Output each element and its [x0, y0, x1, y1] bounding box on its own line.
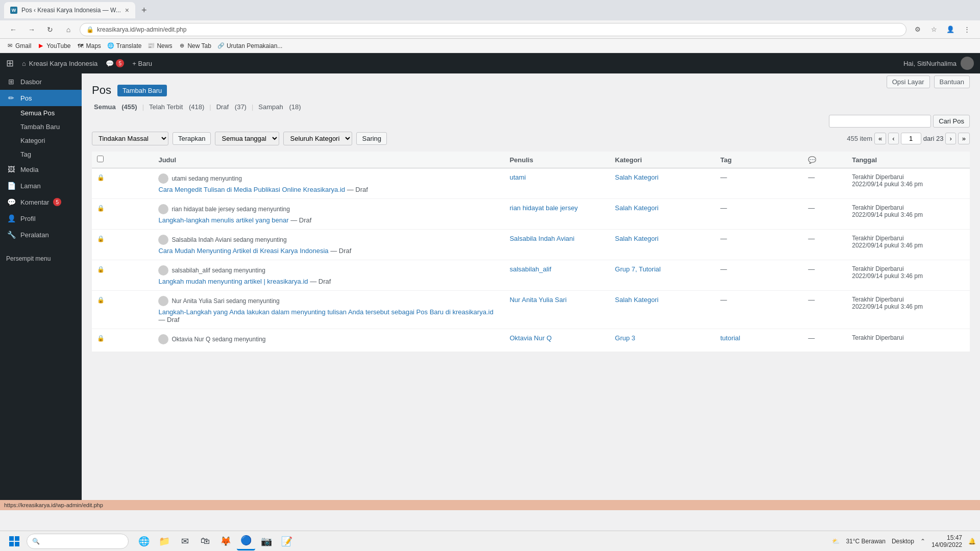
filter-published[interactable]: Telah Terbit (418) — [147, 103, 206, 111]
sidebar-item-pos[interactable]: ✏ Pos — [0, 90, 82, 106]
filter-trash[interactable]: Sampah (18) — [256, 103, 303, 111]
row-checkbox-2: 🔒 — [92, 230, 153, 260]
bookmark-button[interactable]: ☆ — [927, 22, 941, 37]
post-title-link-4[interactable]: Langkah-Langkah yang Anda lakukan dalam … — [158, 308, 493, 316]
search-button[interactable]: Cari Pos — [933, 115, 970, 128]
author-link-1[interactable]: rian hidayat bale jersey — [509, 204, 578, 212]
author-link-5[interactable]: Oktavia Nur Q — [509, 334, 551, 342]
media-icon: 🖼 — [6, 165, 16, 173]
adminbar-new-button[interactable]: + Baru — [132, 60, 152, 67]
wp-logo[interactable]: ⊞ — [6, 58, 14, 69]
post-title-cell-3: salsabilah_alif sedang menyunting Langka… — [153, 260, 504, 291]
apply-button[interactable]: Terapkan — [173, 132, 211, 145]
adminbar-comments[interactable]: 💬 5 — [106, 59, 124, 67]
category-link-2[interactable]: Salah Kategori — [615, 235, 658, 242]
last-page-button[interactable]: » — [958, 133, 970, 144]
post-date-cell-2: Terakhir Diperbarui 2022/09/14 pukul 3:4… — [847, 230, 970, 260]
adminbar-site[interactable]: ⌂ Kreasi Karya Indonesia — [22, 60, 97, 67]
bookmark-maps-label: Maps — [86, 42, 101, 49]
help-button[interactable]: Bantuan — [934, 76, 970, 88]
page-input[interactable] — [901, 133, 921, 144]
reload-button[interactable]: ↻ — [43, 22, 57, 37]
post-date-cell-1: Terakhir Diperbarui 2022/09/14 pukul 3:4… — [847, 199, 970, 230]
back-button[interactable]: ← — [6, 22, 20, 37]
next-page-button[interactable]: › — [945, 133, 955, 144]
first-page-button[interactable]: « — [874, 133, 886, 144]
layout-options-button[interactable]: Opsi Layar — [887, 76, 930, 88]
posts-table: Judul Penulis Kategori Tag 💬 Tanggal 🔒 u… — [92, 152, 970, 352]
sidebar-item-dasbor[interactable]: ⊞ Dasbor — [0, 73, 82, 90]
date-value-3: 2022/09/14 pukul 3:46 pm — [852, 272, 965, 280]
date-value-0: 2022/09/14 pukul 3:46 pm — [852, 181, 965, 188]
bookmark-maps[interactable]: 🗺 Maps — [77, 42, 101, 49]
tab-close-button[interactable]: × — [125, 6, 129, 14]
author-link-3[interactable]: salsabilah_alif — [509, 265, 551, 273]
more-button[interactable]: ⋮ — [960, 22, 974, 37]
date-label-2: Terakhir Diperbarui — [852, 235, 965, 242]
date-filter-select[interactable]: Semua tanggal — [215, 132, 279, 145]
address-bar[interactable]: 🔒 kreasikarya.id/wp-admin/edit.php — [80, 23, 906, 36]
adminbar-user[interactable]: Hai, SitiNurhalima — [903, 57, 974, 70]
wp-sidebar: ⊞ Dasbor ✏ Pos Semua Pos Tambah Baru Kat… — [0, 53, 82, 500]
profile-button[interactable]: 👤 — [943, 22, 958, 37]
bookmark-urutan[interactable]: 🔗 Urutan Pemakaian... — [217, 42, 282, 49]
th-date[interactable]: Tanggal — [847, 152, 970, 168]
date-label-1: Terakhir Diperbarui — [852, 204, 965, 211]
content-area: ⊞ Dasbor ✏ Pos Semua Pos Tambah Baru Kat… — [0, 53, 980, 500]
tag-dash-4: — — [720, 296, 727, 304]
filter-all[interactable]: Semua (455) — [92, 103, 139, 111]
bookmark-newtab[interactable]: ⊕ New Tab — [178, 42, 211, 49]
avatar-5 — [158, 334, 168, 344]
sidebar-item-laman[interactable]: 📄 Laman — [0, 178, 82, 194]
filter-draft[interactable]: Draf (37) — [214, 103, 249, 111]
avatar-1 — [158, 204, 168, 214]
bookmark-youtube[interactable]: ▶ YouTube — [37, 42, 70, 49]
forward-button[interactable]: → — [24, 22, 39, 37]
category-link-3[interactable]: Grup 7, Tutorial — [615, 265, 661, 273]
browser-chrome: W Pos ‹ Kreasi Karya Indonesia — W... × … — [0, 0, 980, 20]
category-link-4[interactable]: Salah Kategori — [615, 296, 658, 304]
post-title-link-0[interactable]: Cara Mengedit Tulisan di Media Publikasi… — [158, 186, 345, 193]
author-link-4[interactable]: Nur Anita Yulia Sari — [509, 296, 567, 304]
sidebar-submenu-tag[interactable]: Tag — [0, 147, 82, 161]
bookmark-news[interactable]: 📰 News — [148, 42, 172, 49]
post-author-cell-0: utami — [504, 168, 609, 199]
post-status-0: — Draf — [347, 186, 368, 193]
sidebar-submenu-kategori[interactable]: Kategori — [0, 134, 82, 147]
category-filter-select[interactable]: Seluruh Kategori — [283, 132, 352, 145]
sidebar-item-profil[interactable]: 👤 Profil — [0, 210, 82, 227]
category-link-1[interactable]: Salah Kategori — [615, 204, 658, 212]
sidebar-collapse-button[interactable]: Persempit menu — [0, 251, 82, 266]
category-link-0[interactable]: Salah Kategori — [615, 173, 658, 181]
post-title-link-1[interactable]: Langkah-langkah menulis artikel yang ben… — [158, 216, 288, 224]
sidebar-item-media[interactable]: 🖼 Media — [0, 161, 82, 178]
author-link-0[interactable]: utami — [509, 173, 526, 181]
post-title-link-2[interactable]: Cara Mudah Menyunting Artikel di Kreasi … — [158, 247, 328, 255]
bulk-action-select[interactable]: Tindakan Massal — [92, 132, 168, 145]
bookmark-translate[interactable]: 🌐 Translate — [107, 42, 142, 49]
extensions-button[interactable]: ⚙ — [911, 22, 925, 37]
home-button[interactable]: ⌂ — [61, 22, 76, 37]
select-all-checkbox[interactable] — [97, 156, 104, 162]
browser-tab[interactable]: W Pos ‹ Kreasi Karya Indonesia — W... × — [4, 2, 135, 18]
filter-button[interactable]: Saring — [356, 132, 387, 145]
search-input[interactable] — [829, 115, 931, 128]
sidebar-item-komentar[interactable]: 💬 Komentar 5 — [0, 194, 82, 210]
add-new-button[interactable]: Tambah Baru — [117, 85, 167, 96]
editing-user-0: utami sedang menyunting — [158, 173, 499, 184]
bookmark-news-label: News — [157, 42, 172, 49]
sidebar-submenu-tambah-baru[interactable]: Tambah Baru — [0, 120, 82, 134]
bookmark-gmail[interactable]: ✉ Gmail — [6, 42, 31, 49]
tag-link-5[interactable]: tutorial — [720, 334, 740, 342]
new-tab-button[interactable]: + — [138, 5, 150, 16]
collapse-label: Persempit menu — [6, 255, 51, 262]
category-link-5[interactable]: Grup 3 — [615, 334, 635, 342]
sidebar-item-peralatan[interactable]: 🔧 Peralatan — [0, 227, 82, 243]
sidebar-submenu-semua-pos[interactable]: Semua Pos — [0, 106, 82, 120]
th-title[interactable]: Judul — [153, 152, 504, 168]
author-link-2[interactable]: Salsabila Indah Aviani — [509, 235, 574, 242]
post-title-link-3[interactable]: Langkah mudah menyunting artikel | kreas… — [158, 278, 308, 285]
prev-page-button[interactable]: ‹ — [888, 133, 898, 144]
sidebar-label-laman: Laman — [20, 182, 41, 190]
bookmark-youtube-label: YouTube — [46, 42, 70, 49]
